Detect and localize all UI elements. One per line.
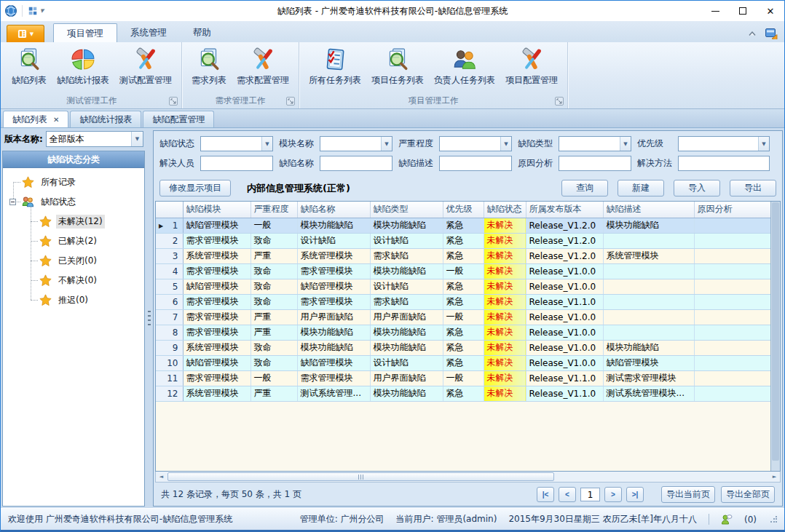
cell-缺陷状态[interactable]: 未解决 [484, 340, 526, 355]
cell-缺陷状态[interactable]: 未解决 [484, 309, 526, 325]
cell-所属发布版本[interactable]: Release_V1.0.0 [526, 279, 603, 294]
column-header-严重程度[interactable]: 严重程度 [251, 202, 297, 218]
cell-缺陷状态[interactable]: 未解决 [484, 279, 526, 294]
cell-优先级[interactable]: 一般 [443, 370, 484, 386]
row-number-cell[interactable]: 8 [156, 325, 183, 340]
cell-所属发布版本[interactable]: Release_V1.0.0 [526, 309, 603, 325]
table-row-6[interactable]: 6需求管理模块致命需求管理模块需求缺陷紧急未解决Release_V1.1.0 [156, 294, 770, 309]
cell-优先级[interactable]: 紧急 [443, 325, 484, 340]
cell-缺陷名称[interactable]: 模块功能缺陷 [297, 325, 370, 340]
horizontal-scrollbar[interactable]: ◄ ► [155, 472, 781, 483]
column-header-缺陷状态[interactable]: 缺陷状态 [484, 202, 526, 218]
cell-严重程度[interactable]: 一般 [251, 218, 297, 233]
cell-缺陷描述[interactable]: 缺陷管理模块 [603, 355, 694, 370]
cell-原因分析[interactable] [694, 218, 770, 233]
cell-原因分析[interactable] [694, 279, 770, 294]
column-header-原因分析[interactable]: 原因分析 [694, 202, 770, 218]
cell-缺陷描述[interactable] [603, 294, 694, 309]
cell-缺陷描述[interactable] [603, 325, 694, 340]
cell-优先级[interactable]: 紧急 [443, 248, 484, 263]
cell-缺陷模块[interactable]: 需求管理模块 [183, 325, 251, 340]
cell-缺陷名称[interactable]: 缺陷管理模块 [297, 279, 370, 294]
vertical-scrollbar[interactable] [770, 202, 780, 471]
cell-缺陷模块[interactable]: 系统管理模块 [183, 386, 251, 401]
cell-所属发布版本[interactable]: Release_V1.0.0 [526, 263, 603, 279]
current-page-input[interactable]: 1 [580, 488, 600, 501]
row-number-cell[interactable]: 2 [156, 233, 183, 248]
row-number-cell[interactable]: 10 [156, 355, 183, 370]
scroll-right-arrow-icon[interactable]: ► [769, 474, 780, 480]
resize-grip-icon[interactable] [770, 516, 777, 523]
cell-缺陷状态[interactable]: 未解决 [484, 370, 526, 386]
tree-item-不解决(0)[interactable]: 不解决(0) [3, 271, 144, 290]
filter-select-模块名称[interactable]: ▼ [320, 136, 392, 151]
cell-缺陷名称[interactable]: 设计缺陷 [297, 233, 370, 248]
cell-缺陷描述[interactable] [603, 309, 694, 325]
filter-input-缺陷描述[interactable] [439, 156, 512, 171]
cell-严重程度[interactable]: 致命 [251, 233, 297, 248]
cell-原因分析[interactable] [694, 325, 770, 340]
cell-原因分析[interactable] [694, 309, 770, 325]
tree-item-推迟(0)[interactable]: 推迟(0) [3, 290, 144, 310]
cell-严重程度[interactable]: 一般 [251, 370, 297, 386]
cell-缺陷类型[interactable]: 用户界面缺陷 [370, 309, 443, 325]
vertical-scrollbar-thumb[interactable] [772, 202, 779, 461]
row-number-cell[interactable]: 9 [156, 340, 183, 355]
ribbon-tab-项目管理[interactable]: 项目管理 [53, 23, 117, 42]
ribbon-button-缺陷统计报表[interactable]: 缺陷统计报表 [52, 45, 114, 88]
cell-缺陷描述[interactable] [603, 263, 694, 279]
ribbon-button-测试配置管理[interactable]: 测试配置管理 [114, 45, 177, 88]
last-page-button[interactable]: >| [626, 487, 644, 502]
cell-缺陷描述[interactable] [603, 233, 694, 248]
cell-缺陷模块[interactable]: 需求管理模块 [183, 263, 251, 279]
collapse-ribbon-icon[interactable] [747, 30, 757, 37]
cell-缺陷状态[interactable]: 未解决 [484, 355, 526, 370]
cell-所属发布版本[interactable]: Release_V1.2.0 [526, 218, 603, 233]
cell-缺陷类型[interactable]: 需求缺陷 [370, 248, 443, 263]
cell-所属发布版本[interactable]: Release_V1.1.0 [526, 294, 603, 309]
cell-缺陷描述[interactable]: 系统管理模块 [603, 248, 694, 263]
cell-所属发布版本[interactable]: Release_V1.0.0 [526, 325, 603, 340]
dialog-launcher-icon[interactable] [169, 97, 178, 106]
close-tab-icon[interactable]: ✕ [53, 116, 59, 124]
ribbon-button-缺陷列表[interactable]: 缺陷列表 [7, 45, 52, 88]
cell-缺陷模块[interactable]: 缺陷管理模块 [183, 279, 251, 294]
cell-优先级[interactable]: 一般 [443, 263, 484, 279]
ribbon-button-所有任务列表[interactable]: 所有任务列表 [304, 45, 366, 88]
cell-缺陷状态[interactable]: 未解决 [484, 386, 526, 401]
app-menu-button[interactable]: ▼ [7, 25, 44, 42]
cell-缺陷类型[interactable]: 设计缺陷 [370, 279, 443, 294]
close-button[interactable]: ✕ [757, 1, 784, 21]
cell-原因分析[interactable] [694, 340, 770, 355]
help-window-icon[interactable] [765, 27, 778, 39]
prev-page-button[interactable]: < [559, 487, 576, 502]
cell-缺陷模块[interactable]: 系统管理模块 [183, 340, 251, 355]
action-button-新建[interactable]: 新建 [618, 180, 664, 196]
cell-所属发布版本[interactable]: Release_V1.2.0 [526, 233, 603, 248]
row-number-cell[interactable]: 12 [156, 386, 183, 401]
cell-缺陷类型[interactable]: 用户界面缺陷 [370, 370, 443, 386]
dialog-launcher-icon[interactable] [286, 97, 295, 106]
cell-缺陷模块[interactable]: 需求管理模块 [183, 233, 251, 248]
cell-缺陷描述[interactable]: 模块功能缺陷 [603, 218, 694, 233]
cell-缺陷描述[interactable]: 测试需求管理模块 [603, 370, 694, 386]
filter-select-优先级[interactable]: ▼ [678, 136, 770, 151]
cell-原因分析[interactable] [694, 386, 770, 401]
row-number-cell[interactable]: 5 [156, 279, 183, 294]
column-header-缺陷描述[interactable]: 缺陷描述 [603, 202, 694, 218]
row-number-cell[interactable]: ▶1 [156, 218, 183, 233]
user-message-icon[interactable] [721, 514, 733, 525]
cell-原因分析[interactable] [694, 233, 770, 248]
cell-严重程度[interactable]: 致命 [251, 355, 297, 370]
cell-所属发布版本[interactable]: Release_V1.2.0 [526, 248, 603, 263]
cell-严重程度[interactable]: 严重 [251, 248, 297, 263]
minimize-button[interactable] [701, 1, 729, 21]
horizontal-scrollbar-thumb[interactable] [167, 472, 554, 481]
cell-原因分析[interactable] [694, 370, 770, 386]
cell-所属发布版本[interactable]: Release_V1.1.0 [526, 386, 603, 401]
cell-缺陷描述[interactable]: 模块功能缺陷 [603, 340, 694, 355]
tree-item-已关闭(0)[interactable]: 已关闭(0) [3, 251, 144, 271]
cell-缺陷名称[interactable]: 系统管理模块 [297, 248, 370, 263]
filter-input-解决方法[interactable] [678, 156, 770, 171]
cell-原因分析[interactable] [694, 355, 770, 370]
